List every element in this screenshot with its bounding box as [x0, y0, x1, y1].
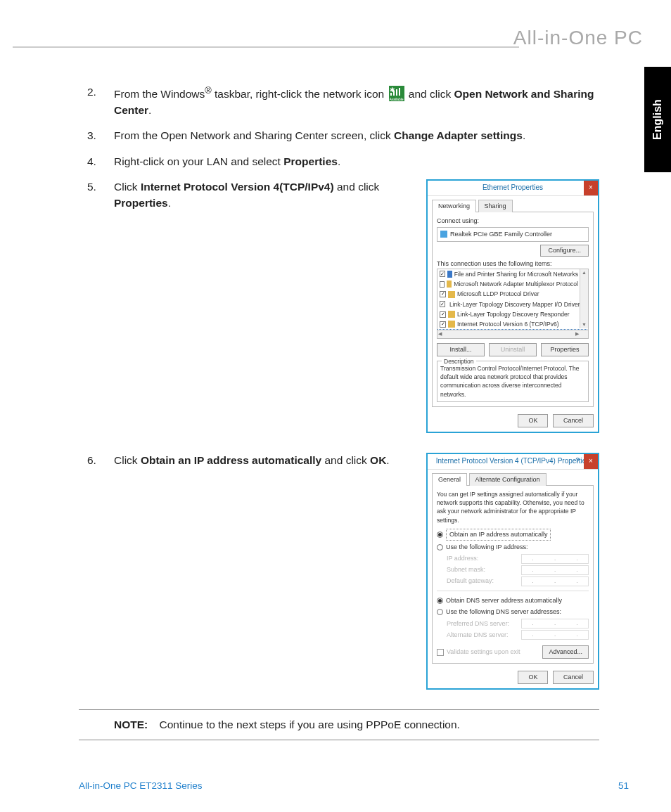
radio-label: Use the following DNS server addresses: [446, 607, 561, 617]
advanced-button[interactable]: Advanced... [542, 645, 589, 659]
cancel-button[interactable]: Cancel [553, 414, 594, 427]
radio-dot-icon [437, 531, 443, 538]
description-box: Description Transmission Control Protoco… [437, 361, 589, 402]
protocol-icon [447, 271, 452, 278]
note-text: Continue to the next steps if you are us… [160, 718, 460, 730]
install-button[interactable]: Install... [437, 343, 485, 356]
subnet-field: Subnet mask:... [447, 565, 589, 575]
bold-text: Change Adapter settings [394, 129, 523, 141]
help-icon[interactable]: ? [571, 454, 584, 469]
checkbox-icon[interactable] [440, 271, 445, 277]
step-number: 3. [87, 128, 96, 143]
checkbox-icon[interactable] [440, 321, 446, 328]
validate-checkbox[interactable] [437, 649, 444, 656]
bold-text: OK [370, 454, 386, 466]
dialog-title: Internet Protocol Version 4 (TCP/IPv4) P… [436, 457, 589, 465]
note-box: NOTE: Continue to the next steps if you … [79, 709, 599, 740]
description-text: Transmission Control Protocol/Internet P… [440, 365, 579, 398]
radio-use-ip[interactable]: Use the following IP address: [437, 543, 589, 552]
protocol-list-item[interactable]: Microsoft LLDP Protocol Driver [437, 289, 588, 299]
step-text: taskbar, right-click the network icon [212, 88, 388, 100]
ip-address-field: IP address:... [447, 554, 589, 564]
gateway-field: Default gateway:... [447, 576, 589, 586]
bold-text: Internet Protocol Version 4(TCP/IPv4) [141, 181, 334, 193]
radio-obtain-dns-auto[interactable]: Obtain DNS server address automatically [437, 596, 589, 605]
preferred-dns-field: Preferred DNS server:... [447, 619, 589, 629]
step-2: 2. From the Windows® taskbar, right-clic… [79, 84, 599, 118]
protocol-label: Microsoft Network Adapter Multiplexor Pr… [454, 280, 578, 288]
checkbox-icon[interactable] [440, 291, 446, 297]
note-label: NOTE: [114, 718, 148, 730]
step-text: . [338, 155, 340, 167]
bold-text: Properties [114, 197, 168, 209]
alternate-dns-field: Alternate DNS server:... [447, 630, 589, 640]
bold-text: Properties [283, 155, 338, 167]
radio-label: Obtain DNS server address automatically [446, 596, 562, 605]
step-text: and click [334, 181, 380, 193]
ok-button[interactable]: OK [518, 671, 548, 684]
step-text: Click [114, 454, 141, 466]
step-text: and click [409, 88, 454, 100]
step-text: . [523, 129, 525, 141]
uninstall-button[interactable]: Uninstall [489, 343, 537, 356]
step-5: 5. Click Internet Protocol Version 4(TCP… [79, 179, 599, 433]
tab-general[interactable]: General [432, 473, 467, 486]
product-logo: All-in-One PC [513, 27, 643, 49]
tab-networking[interactable]: Networking [432, 200, 476, 212]
protocol-list-item[interactable]: Link-Layer Topology Discovery Responder [437, 309, 588, 319]
description-label: Description [442, 357, 476, 366]
dialog-titlebar: Ethernet Properties × [428, 181, 598, 196]
protocol-list[interactable]: File and Printer Sharing for Microsoft N… [437, 269, 589, 339]
ethernet-properties-dialog: Ethernet Properties × Networking Sharing… [426, 179, 599, 433]
uses-items-label: This connection uses the following items… [437, 259, 589, 269]
tab-alternate-config[interactable]: Alternate Configuration [469, 473, 547, 486]
protocol-list-item[interactable]: File and Printer Sharing for Microsoft N… [437, 269, 588, 279]
ok-button[interactable]: OK [518, 414, 548, 427]
network-tray-icon: ✱Available [389, 86, 404, 101]
step-4: 4. Right-click on your LAN and select Pr… [79, 154, 599, 169]
properties-button[interactable]: Properties [541, 343, 589, 356]
dialog-titlebar: Internet Protocol Version 4 (TCP/IPv4) P… [428, 454, 598, 470]
close-icon[interactable]: × [584, 181, 598, 195]
configure-button[interactable]: Configure... [540, 245, 589, 257]
step-6: 6. Click Obtain an IP address automatica… [79, 453, 599, 690]
step-3: 3. From the Open Network and Sharing Cen… [79, 128, 599, 143]
protocol-list-item[interactable]: Microsoft Network Adapter Multiplexor Pr… [437, 279, 588, 289]
step-text: . [168, 197, 171, 209]
step-text: From the Open Network and Sharing Center… [114, 129, 394, 141]
close-icon[interactable]: × [584, 454, 598, 469]
radio-obtain-ip-auto[interactable]: Obtain an IP address automatically [437, 529, 589, 541]
checkbox-icon[interactable] [440, 311, 446, 318]
radio-dot-icon [437, 544, 443, 550]
protocol-label: File and Printer Sharing for Microsoft N… [454, 270, 578, 278]
checkbox-icon[interactable] [440, 301, 445, 307]
adapter-name: Realtek PCIe GBE Family Controller [450, 230, 552, 239]
protocol-list-item[interactable]: Internet Protocol Version 6 (TCP/IPv6) [437, 319, 588, 329]
language-tab: English [644, 67, 671, 172]
tab-sharing[interactable]: Sharing [478, 200, 513, 212]
footer-series: All-in-One PC ET2311 Series [79, 780, 203, 791]
connect-using-label: Connect using: [437, 217, 589, 226]
adapter-field: Realtek PCIe GBE Family Controller [437, 227, 589, 242]
protocol-icon [448, 311, 455, 318]
cancel-button[interactable]: Cancel [553, 671, 594, 684]
protocol-list-item[interactable]: Link-Layer Topology Discovery Mapper I/O… [437, 299, 588, 309]
step-number: 4. [87, 154, 96, 169]
step-number: 5. [87, 179, 96, 195]
protocol-label: Internet Protocol Version 6 (TCP/IPv6) [457, 320, 559, 328]
scrollbar-horizontal[interactable] [437, 330, 588, 338]
bold-text: Obtain an IP address automatically [141, 454, 321, 466]
step-number: 2. [87, 84, 96, 100]
protocol-icon [447, 281, 452, 288]
step-text: From the Windows [114, 88, 205, 100]
step-number: 6. [87, 453, 96, 468]
protocol-label: Microsoft LLDP Protocol Driver [457, 290, 539, 298]
scrollbar-vertical[interactable] [580, 269, 588, 328]
radio-use-dns[interactable]: Use the following DNS server addresses: [437, 607, 589, 617]
step-text: Click [114, 181, 141, 193]
radio-dot-icon [437, 598, 443, 604]
radio-dot-icon [437, 609, 443, 615]
checkbox-icon[interactable] [440, 281, 445, 288]
step-text: and click [321, 454, 370, 466]
protocol-icon [448, 321, 455, 328]
